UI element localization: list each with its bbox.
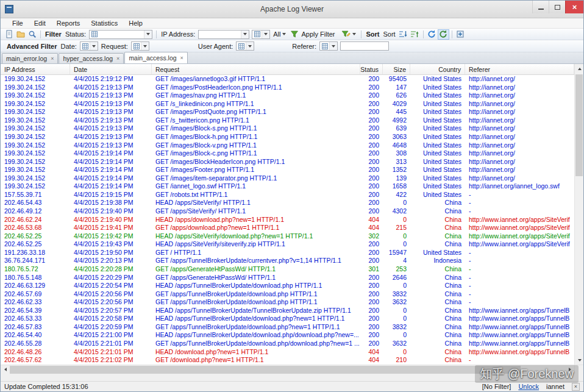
- table-row[interactable]: 199.30.24.152 4/4/2015 2:19:14 PM GET /i…: [1, 166, 574, 174]
- table-row[interactable]: 199.30.24.152 4/4/2015 2:19:14 PM GET /i…: [1, 182, 574, 191]
- table-row[interactable]: 199.30.24.152 4/4/2015 2:19:13 PM GET /i…: [1, 91, 574, 100]
- table-row[interactable]: 202.46.57.83 4/4/2015 2:20:59 PM GET /ap…: [1, 323, 574, 332]
- cell-size: 147: [383, 84, 410, 92]
- minimize-button[interactable]: [532, 1, 549, 13]
- table-row[interactable]: 202.46.62.33 4/4/2015 2:20:56 PM GET /ap…: [1, 298, 574, 307]
- cell-request: GET /s_linkedinicon.png HTTP/1.1: [152, 100, 360, 109]
- table-row[interactable]: 199.30.24.152 4/4/2015 2:19:12 PM GET /i…: [1, 75, 574, 84]
- table-row[interactable]: 202.46.53.68 4/4/2015 2:19:41 PM GET /ap…: [1, 224, 574, 232]
- scroll-left-icon[interactable]: [1, 365, 10, 374]
- table-row[interactable]: 199.30.24.152 4/4/2015 2:19:13 PM GET /i…: [1, 133, 574, 141]
- table-row[interactable]: 191.236.33.18 4/4/2015 2:19:50 PM GET / …: [1, 249, 574, 257]
- menu-reports[interactable]: Reports: [51, 19, 86, 27]
- search-icon[interactable]: [26, 29, 38, 40]
- table-row[interactable]: 202.46.55.28 4/4/2015 2:21:01 PM GET /ap…: [1, 340, 574, 348]
- cell-referer: -: [465, 249, 574, 257]
- table-row[interactable]: 199.30.24.152 4/4/2015 2:19:13 PM GET /i…: [1, 141, 574, 150]
- horizontal-scroll-thumb[interactable]: [10, 366, 521, 374]
- cell-country: United States: [410, 91, 465, 100]
- title-bar[interactable]: Apache Log Viewer ×: [1, 1, 583, 18]
- scroll-up-icon[interactable]: [575, 64, 584, 73]
- status-filter-dropdown[interactable]: [89, 30, 152, 39]
- clear-filter-icon[interactable]: ×: [572, 383, 580, 391]
- table-row[interactable]: 202.46.54.43 4/4/2015 2:19:38 PM HEAD /a…: [1, 199, 574, 207]
- table-row[interactable]: 202.46.63.129 4/4/2015 2:20:54 PM HEAD /…: [1, 282, 574, 290]
- user-agent-filter-dropdown[interactable]: [236, 41, 254, 51]
- column-header-date[interactable]: Date: [70, 64, 152, 74]
- table-row[interactable]: 202.46.57.69 4/4/2015 2:20:56 PM GET /ap…: [1, 290, 574, 299]
- close-tab-icon[interactable]: ×: [116, 56, 119, 62]
- open-folder-icon[interactable]: [15, 29, 26, 40]
- close-tab-icon[interactable]: ×: [51, 56, 54, 62]
- cell-country: China: [410, 282, 465, 290]
- open-file-icon[interactable]: [3, 29, 15, 40]
- table-row[interactable]: 199.30.24.152 4/4/2015 2:19:14 PM GET /i…: [1, 174, 574, 183]
- export-icon[interactable]: [455, 29, 466, 40]
- table-row[interactable]: 202.46.62.24 4/4/2015 2:19:40 PM HEAD /a…: [1, 216, 574, 224]
- table-row[interactable]: 202.46.54.39 4/4/2015 2:20:57 PM HEAD /a…: [1, 307, 574, 315]
- vertical-scroll-thumb[interactable]: [575, 74, 583, 176]
- table-row[interactable]: 199.30.24.152 4/4/2015 2:19:14 PM GET /i…: [1, 158, 574, 166]
- cell-size: 95405: [383, 75, 410, 84]
- table-row[interactable]: 202.46.52.25 4/4/2015 2:19:43 PM HEAD /a…: [1, 240, 574, 249]
- cell-date: 4/4/2015 2:20:54 PM: [70, 282, 152, 290]
- referer-filter-dropdown[interactable]: [319, 41, 338, 51]
- table-row[interactable]: 202.46.52.25 4/4/2015 2:19:42 PM HEAD /a…: [1, 232, 574, 241]
- column-header-ip[interactable]: IP Address: [1, 64, 70, 74]
- maximize-button[interactable]: [549, 1, 565, 13]
- apply-filter-button[interactable]: Apply Filter: [288, 29, 338, 40]
- ip-address-combo[interactable]: [198, 30, 249, 39]
- table-row[interactable]: 202.46.57.62 4/4/2015 2:21:02 PM GET /do…: [1, 356, 574, 365]
- ip-filter-options-dropdown[interactable]: [252, 30, 270, 39]
- column-header-status[interactable]: Status: [360, 64, 383, 74]
- cell-size: 1658: [383, 182, 410, 191]
- cell-request: GET / HTTP/1.1: [152, 249, 360, 257]
- table-row[interactable]: 199.30.24.152 4/4/2015 2:19:14 PM GET /i…: [1, 149, 574, 158]
- column-header-request[interactable]: Request: [152, 64, 360, 74]
- table-row[interactable]: 199.30.24.152 4/4/2015 2:19:13 PM GET /s…: [1, 100, 574, 109]
- column-header-country[interactable]: Country: [410, 64, 465, 74]
- referer-filter-input[interactable]: [340, 41, 389, 51]
- match-mode-dropdown-icon[interactable]: [282, 33, 286, 35]
- table-row[interactable]: 202.46.53.33 4/4/2015 2:20:58 PM HEAD /a…: [1, 315, 574, 323]
- cell-request: GET /images/Block-h.png HTTP/1.1: [152, 133, 360, 141]
- table-row[interactable]: 36.76.244.171 4/4/2015 2:20:13 PM GET /a…: [1, 257, 574, 265]
- scroll-down-icon[interactable]: [575, 355, 584, 365]
- table-row[interactable]: 199.30.24.152 4/4/2015 2:19:13 PM GET /i…: [1, 108, 574, 116]
- menu-file[interactable]: File: [7, 19, 29, 27]
- match-mode-value[interactable]: All: [273, 30, 280, 38]
- close-tab-icon[interactable]: ×: [180, 55, 183, 61]
- table-row[interactable]: 202.46.54.40 4/4/2015 2:21:00 PM HEAD /a…: [1, 331, 574, 340]
- vertical-scrollbar[interactable]: [574, 64, 583, 374]
- tab-main-access-log[interactable]: main_access.log ×: [124, 52, 187, 63]
- refresh-icon[interactable]: [426, 29, 438, 40]
- column-header-referer[interactable]: Referer: [465, 64, 574, 74]
- menu-edit[interactable]: Edit: [29, 19, 51, 27]
- table-row[interactable]: 180.76.5.72 4/4/2015 2:20:28 PM GET /app…: [1, 265, 574, 274]
- menu-statistics[interactable]: Statistics: [85, 19, 123, 27]
- close-button[interactable]: ×: [565, 1, 583, 13]
- chevron-down-icon: [144, 30, 152, 38]
- column-header-size[interactable]: Size: [383, 64, 410, 74]
- table-row[interactable]: 202.46.49.12 4/4/2015 2:19:40 PM GET /ap…: [1, 207, 574, 216]
- table-row[interactable]: 199.30.24.152 4/4/2015 2:19:13 PM GET /i…: [1, 124, 574, 133]
- unlock-link[interactable]: Unlock: [518, 383, 539, 390]
- filter-edit-dropdown[interactable]: [338, 29, 358, 40]
- sort-field-value[interactable]: Sort: [383, 30, 395, 38]
- sort-ascending-icon[interactable]: [397, 29, 409, 40]
- tab-main-error-log[interactable]: main_error.log ×: [2, 53, 58, 63]
- sort-descending-icon[interactable]: [409, 29, 421, 40]
- date-filter-dropdown[interactable]: [80, 41, 98, 51]
- table-row[interactable]: 180.76.5.148 4/4/2015 2:20:29 PM GET /ap…: [1, 274, 574, 282]
- table-row[interactable]: 202.46.48.26 4/4/2015 2:21:01 PM HEAD /d…: [1, 348, 574, 357]
- table-row[interactable]: 199.30.24.152 4/4/2015 2:19:13 PM GET /s…: [1, 116, 574, 125]
- table-row[interactable]: 199.30.24.152 4/4/2015 2:19:13 PM GET /i…: [1, 84, 574, 92]
- request-filter-dropdown[interactable]: [131, 41, 149, 51]
- cell-request: HEAD /apps/TunnelBrokerUpdate/download.p…: [152, 331, 360, 340]
- menu-help[interactable]: Help: [123, 19, 148, 27]
- tab-hyper-access-log[interactable]: hyper_access.log ×: [59, 53, 124, 63]
- table-row[interactable]: 157.55.39.71 4/4/2015 2:19:15 PM GET /ro…: [1, 191, 574, 199]
- cell-ip-address: 199.30.24.152: [1, 182, 70, 191]
- cell-referer: http://iannet.org/: [465, 166, 574, 174]
- auto-refresh-icon[interactable]: [438, 29, 449, 40]
